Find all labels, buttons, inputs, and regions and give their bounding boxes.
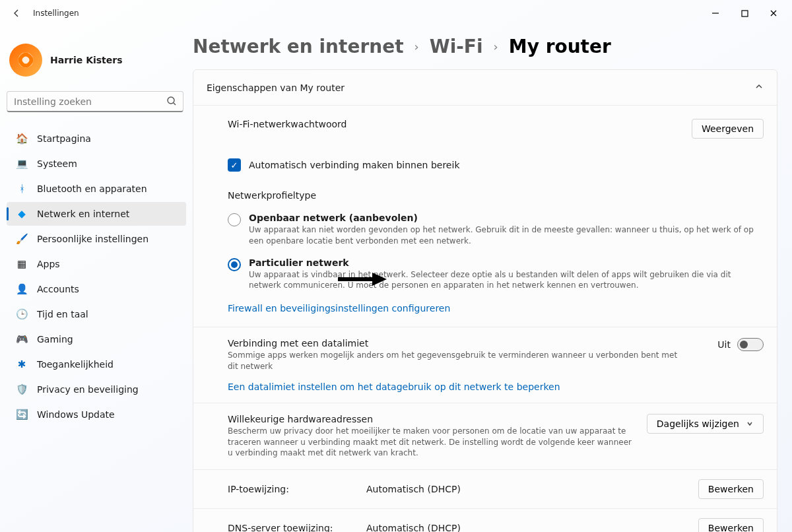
autoconnect-checkbox[interactable]: ✓ [228,158,241,172]
radio-private-input[interactable] [228,258,241,271]
ip-assign-val: Automatisch (DHCP) [366,484,698,494]
gamepad-icon: 🎮 [16,333,28,345]
radio-public-label: Openbaar netwerk (aanbevolen) [249,213,764,223]
nav-system[interactable]: 💻Systeem [7,152,186,176]
radio-private-desc: Uw apparaat is vindbaar in het netwerk. … [249,269,764,292]
dns-assign-key: DNS-server toewijzing: [228,523,366,532]
nav-label: Bluetooth en apparaten [37,183,147,194]
wifi-icon: ◆ [16,208,28,220]
sidebar: Harrie Kisters 🏠Startpagina 💻Systeem ᚼBl… [0,26,193,532]
nav-network[interactable]: ◆Netwerk en internet [7,202,186,226]
wifi-password-label: Wi-Fi-netwerkwachtwoord [228,119,346,129]
accessibility-icon: ✱ [16,358,28,370]
breadcrumb: Netwerk en internet › Wi-Fi › My router [193,32,777,69]
properties-card: Eigenschappen van My router Wi-Fi-netwer… [193,69,777,532]
nav-label: Startpagina [37,133,91,144]
avatar [9,44,42,77]
svg-line-4 [174,103,176,105]
autoconnect-row: ✓ Automatisch verbinding maken binnen be… [193,148,777,178]
main: Netwerk en internet › Wi-Fi › My router … [193,26,792,532]
chevron-right-icon: › [414,40,419,53]
shield-icon: 🛡️ [16,383,28,395]
back-button[interactable] [9,6,24,20]
ip-assign-key: IP-toewijzing: [228,484,366,494]
show-password-button[interactable]: Weergeven [692,119,764,139]
nav-time[interactable]: 🕒Tijd en taal [7,302,186,326]
brush-icon: 🖌️ [16,233,28,245]
radio-private[interactable]: Particulier netwerk Uw apparaat is vindb… [228,252,764,297]
maximize-icon [741,10,748,17]
metered-title: Verbinding met een datalimiet [228,338,690,349]
dns-assign-row: DNS-server toewijzing: Automatisch (DHCP… [193,508,777,532]
nav-update[interactable]: 🔄Windows Update [7,403,186,426]
firewall-link[interactable]: Firewall en beveiligingsinstellingen con… [228,303,450,314]
radio-public-desc: Uw apparaat kan niet worden gevonden op … [249,224,764,247]
ip-assign-row: IP-toewijzing: Automatisch (DHCP) Bewerk… [193,469,777,508]
dns-assign-val: Automatisch (DHCP) [366,523,698,532]
nav-label: Systeem [37,158,77,169]
nav-home[interactable]: 🏠Startpagina [7,127,186,150]
random-mac-desc: Bescherm uw privacy door het moeilijker … [228,426,634,459]
random-mac-dropdown-label: Dagelijks wijzigen [657,418,739,429]
profile-type-group: Openbaar netwerk (aanbevolen) Uw apparaa… [193,205,777,327]
radio-public-input[interactable] [228,213,241,226]
bluetooth-icon: ᚼ [16,183,28,195]
maximize-button[interactable] [730,3,759,23]
nav-label: Persoonlijke instellingen [37,234,148,244]
profile-block[interactable]: Harrie Kisters [7,32,186,88]
search-icon [166,96,177,108]
minimize-button[interactable] [701,3,730,23]
metered-desc: Sommige apps werken mogelijk anders om h… [228,350,690,372]
nav-label: Toegankelijkheid [37,359,114,370]
nav-label: Privacy en beveiliging [37,384,139,395]
card-header[interactable]: Eigenschappen van My router [193,70,777,105]
random-mac-dropdown[interactable]: Dagelijks wijzigen [647,414,764,434]
chevron-down-icon [746,420,754,428]
home-icon: 🏠 [16,133,28,145]
properties-table: IP-toewijzing: Automatisch (DHCP) Bewerk… [193,469,777,532]
nav-bluetooth[interactable]: ᚼBluetooth en apparaten [7,177,186,201]
close-icon [770,9,777,17]
nav-gaming[interactable]: 🎮Gaming [7,327,186,351]
clock-icon: 🕒 [16,308,28,320]
chevron-right-icon: › [494,40,498,53]
crumb-wifi[interactable]: Wi-Fi [430,36,483,57]
person-icon: 👤 [16,283,28,295]
crumb-network[interactable]: Netwerk en internet [193,36,404,57]
app-title: Instellingen [33,9,79,18]
nav-label: Tijd en taal [37,309,88,319]
search-input[interactable] [7,91,183,112]
nav-accounts[interactable]: 👤Accounts [7,277,186,301]
card-title: Eigenschappen van My router [207,83,345,93]
autoconnect-label: Automatisch verbinding maken binnen bere… [249,160,459,170]
nav-label: Netwerk en internet [37,209,129,219]
random-mac-title: Willekeurige hardwareadressen [228,414,634,424]
ip-assign-edit-button[interactable]: Bewerken [698,479,764,499]
dns-assign-edit-button[interactable]: Bewerken [698,518,764,532]
update-icon: 🔄 [16,409,28,420]
datalimit-link[interactable]: Een datalimiet instellen om het datagebr… [228,382,560,392]
nav: 🏠Startpagina 💻Systeem ᚼBluetooth en appa… [7,127,186,426]
radio-private-label: Particulier netwerk [249,257,764,268]
metered-toggle[interactable] [737,338,764,351]
profile-type-title: Netwerkprofieltype [193,178,777,205]
crumb-current: My router [509,36,611,57]
nav-privacy[interactable]: 🛡️Privacy en beveiliging [7,378,186,401]
nav-label: Accounts [37,284,79,294]
arrow-left-icon [11,8,22,18]
minimize-icon [711,9,719,17]
nav-accessibility[interactable]: ✱Toegankelijkheid [7,352,186,376]
radio-public[interactable]: Openbaar netwerk (aanbevolen) Uw apparaa… [228,207,764,252]
nav-label: Gaming [37,334,73,345]
nav-label: Apps [37,259,60,269]
profile-name: Harrie Kisters [50,55,123,65]
svg-point-3 [168,97,174,104]
nav-label: Windows Update [37,409,115,420]
titlebar: Instellingen [0,0,792,26]
nav-personalization[interactable]: 🖌️Persoonlijke instellingen [7,227,186,251]
system-icon: 💻 [16,158,28,170]
close-button[interactable] [759,3,788,23]
apps-icon: ▦ [16,258,28,270]
search-box [7,91,183,112]
nav-apps[interactable]: ▦Apps [7,252,186,276]
